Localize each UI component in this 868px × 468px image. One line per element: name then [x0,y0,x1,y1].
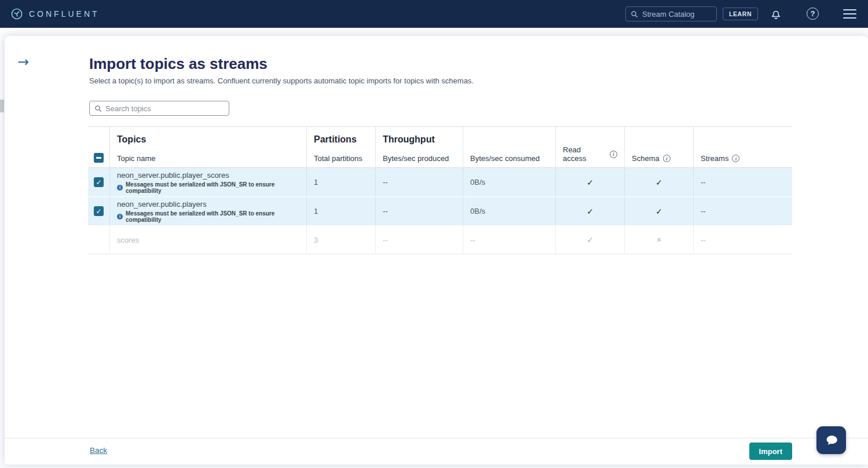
cell-streams: -- [693,226,792,254]
select-all-checkbox[interactable] [94,153,104,163]
indeterminate-mark-icon [96,157,101,158]
info-icon: i [117,185,123,191]
cell-schema: ✓ [624,168,693,196]
search-icon [94,105,102,112]
cell-schema: × [624,226,693,254]
cell-bytes-produced: -- [375,226,463,254]
stream-catalog-search[interactable] [625,6,717,21]
info-icon[interactable]: i [663,155,671,162]
column-bytes-produced: Bytes/sec produced [383,154,456,163]
menu-icon[interactable] [843,9,856,19]
info-icon[interactable]: i [610,151,617,158]
cell-total-partitions: 1 [306,168,375,196]
topic-name: neon_server.public.players [117,200,207,209]
check-icon: ✓ [96,179,101,186]
table-row: scores 3 -- -- ✓ × -- [88,226,792,254]
import-button[interactable]: Import [749,443,792,460]
right-arrow-icon: → [17,54,29,70]
confluent-spark-icon [10,8,23,20]
info-icon: i [117,214,123,220]
column-streams: Streamsi [701,154,785,163]
row-checkbox[interactable]: ✓ [94,177,104,187]
info-icon[interactable]: i [732,155,739,162]
column-total-partitions: Total partitions [314,154,368,163]
cell-read-access: ✓ [555,226,624,254]
chat-button[interactable] [816,426,846,454]
cell-total-partitions: 3 [306,226,375,254]
cell-bytes-produced: -- [375,197,463,225]
panel-footer: Back Import [5,438,868,465]
table-row[interactable]: ✓ neon_server.public.player_scores i Mes… [88,168,792,197]
confluent-logo[interactable]: CONFLUENT [10,8,100,20]
cell-streams: -- [693,197,792,225]
column-topic-name: Topic name [117,154,299,163]
topic-name: neon_server.public.player_scores [117,171,229,180]
search-topics-box[interactable] [89,101,229,116]
table-header: Topics Topic name Partitions Total parti… [88,126,792,168]
cell-bytes-consumed: 0B/s [463,197,555,225]
collapse-panel-button[interactable]: → [17,55,29,69]
topic-name: scores [117,236,139,244]
cell-bytes-produced: -- [375,168,463,196]
column-group-partitions: Partitions [314,134,368,145]
top-navbar: CONFLUENT LEARN ? [0,0,868,28]
column-schema: Schemai [632,154,686,163]
learn-button[interactable]: LEARN [723,8,758,20]
column-group-topics: Topics [117,134,299,145]
table-row[interactable]: ✓ neon_server.public.players i Messages … [88,197,792,226]
page-subtitle: Select a topic(s) to import as streams. … [89,76,474,85]
back-link[interactable]: Back [90,446,107,455]
search-topics-input[interactable] [105,104,215,113]
brand-name: CONFLUENT [29,9,100,19]
check-icon: ✓ [96,208,101,215]
cell-schema: ✓ [624,197,693,225]
import-topics-panel: → Import topics as streams Select a topi… [5,36,868,465]
topic-note: i Messages must be serialized with JSON_… [117,210,299,223]
column-read-access: Read accessi [563,145,617,163]
column-bytes-consumed: Bytes/sec consumed [470,154,548,163]
stream-catalog-input[interactable] [642,10,706,19]
cell-read-access: ✓ [555,168,624,196]
bell-icon[interactable] [770,8,782,20]
search-icon [631,10,638,18]
topics-table: Topics Topic name Partitions Total parti… [88,126,792,254]
row-checkbox[interactable]: ✓ [94,206,104,216]
cell-bytes-consumed: 0B/s [463,168,555,196]
page-title: Import topics as streams [89,55,268,73]
cell-read-access: ✓ [555,197,624,225]
column-group-throughput: Throughput [383,134,456,145]
cell-total-partitions: 1 [306,197,375,225]
cell-streams: -- [693,168,792,196]
background-remnant [0,100,4,112]
table-body: ✓ neon_server.public.player_scores i Mes… [88,168,792,254]
cell-bytes-consumed: -- [463,226,555,254]
speech-bubble-icon [823,432,840,448]
topic-note: i Messages must be serialized with JSON_… [117,181,299,194]
help-icon[interactable]: ? [807,8,819,20]
